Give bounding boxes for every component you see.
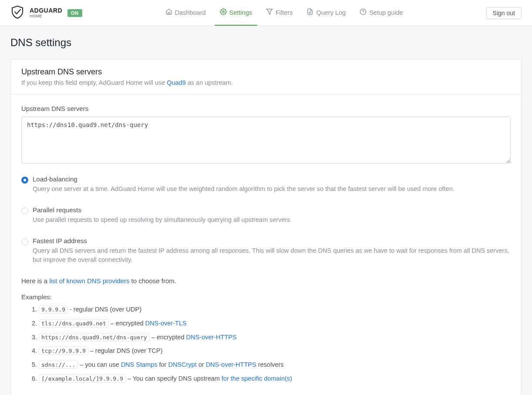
shield-icon xyxy=(10,5,24,20)
sign-out-button[interactable]: Sign out xyxy=(486,7,522,19)
examples-label: Examples: xyxy=(21,293,511,301)
status-badge: ON xyxy=(67,9,82,17)
card-description: If you keep this field empty, AdGuard Ho… xyxy=(21,79,511,86)
providers-text: Here is a list of known DNS providers to… xyxy=(21,277,511,285)
radio-indicator[interactable] xyxy=(21,177,28,184)
providers-link[interactable]: list of known DNS providers xyxy=(49,277,129,285)
list-item: tcp://9.9.9.9 – regular DNS (over TCP) xyxy=(39,346,511,356)
radio-load-balancing[interactable]: Load-balancing Query one server at a tim… xyxy=(21,175,511,194)
dns-over-https-link-2[interactable]: DNS-over-HTTPS xyxy=(206,361,256,368)
page-title: DNS settings xyxy=(10,37,522,49)
card-title: Upstream DNS servers xyxy=(21,67,511,77)
list-item: sdns://... – you can use DNS Stamps for … xyxy=(39,360,511,370)
nav-settings[interactable]: Settings xyxy=(215,0,257,26)
card-header: Upstream DNS servers If you keep this fi… xyxy=(11,60,521,94)
list-item: https://dns.quad9.net/dns-query – encryp… xyxy=(39,333,511,342)
nav-label: Dashboard xyxy=(175,9,206,16)
nav-setup-guide[interactable]: Setup guide xyxy=(354,0,408,26)
main-nav: Dashboard Settings Filters Query Log Set… xyxy=(160,0,408,26)
dns-stamps-link[interactable]: DNS Stamps xyxy=(121,361,158,368)
nav-label: Filters xyxy=(276,9,293,16)
radio-desc: Use parallel requests to speed up resolv… xyxy=(33,215,290,225)
examples-list: 9.9.9.9 - regular DNS (over UDP) tls://d… xyxy=(21,305,511,384)
help-icon xyxy=(360,8,367,17)
filter-icon xyxy=(266,8,273,17)
radio-fastest[interactable]: Fastest IP address Query all DNS servers… xyxy=(21,237,511,265)
example-code: 9.9.9.9 xyxy=(39,305,68,314)
file-icon xyxy=(306,8,313,17)
specific-domain-link[interactable]: for the specific domain(s) xyxy=(222,375,292,382)
app-header: ADGUARD HOME ON Dashboard Settings Filte… xyxy=(0,0,532,26)
list-item: [/example.local/]9.9.9.9 – You can speci… xyxy=(39,374,511,384)
dns-over-https-link[interactable]: DNS-over-HTTPS xyxy=(186,334,236,341)
nav-label: Setup guide xyxy=(369,9,403,16)
radio-parallel[interactable]: Parallel requests Use parallel requests … xyxy=(21,206,511,225)
nav-query-log[interactable]: Query Log xyxy=(301,0,351,26)
list-item: 9.9.9.9 - regular DNS (over UDP) xyxy=(39,305,511,315)
dnscrypt-link[interactable]: DNSCrypt xyxy=(168,361,196,368)
nav-label: Query Log xyxy=(316,9,346,16)
logo-text: ADGUARD HOME xyxy=(30,7,62,18)
nav-dashboard[interactable]: Dashboard xyxy=(160,0,211,26)
example-code: tcp://9.9.9.9 xyxy=(39,347,88,355)
home-icon xyxy=(165,8,172,17)
list-item: tls://dns.quad9.net – encrypted DNS-over… xyxy=(39,319,511,328)
brand-name: ADGUARD xyxy=(30,7,62,13)
example-code: tls://dns.quad9.net xyxy=(39,319,109,328)
upstream-input[interactable] xyxy=(21,117,511,164)
example-code: https://dns.quad9.net/dns-query xyxy=(39,333,150,341)
radio-title: Fastest IP address xyxy=(33,237,511,244)
nav-label: Settings xyxy=(229,9,252,16)
svg-marker-1 xyxy=(266,9,272,14)
radio-title: Parallel requests xyxy=(33,206,290,214)
radio-title: Load-balancing xyxy=(33,175,455,183)
nav-filters[interactable]: Filters xyxy=(261,0,298,26)
mode-radio-group: Load-balancing Query one server at a tim… xyxy=(21,175,511,265)
example-code: sdns://... xyxy=(39,361,78,369)
radio-indicator[interactable] xyxy=(21,208,28,214)
radio-desc: Query all DNS servers and return the fas… xyxy=(33,246,511,265)
radio-indicator[interactable] xyxy=(21,238,28,245)
page-content: DNS settings Upstream DNS servers If you… xyxy=(0,26,532,395)
radio-desc: Query one server at a time. AdGuard Home… xyxy=(33,184,455,194)
svg-point-0 xyxy=(222,11,224,13)
logo-group: ADGUARD HOME ON xyxy=(10,5,82,20)
example-code: [/example.local/]9.9.9.9 xyxy=(39,375,126,383)
quad9-link[interactable]: Quad9 xyxy=(167,79,186,86)
dns-over-tls-link[interactable]: DNS-over-TLS xyxy=(145,320,187,327)
brand-sub: HOME xyxy=(30,14,62,18)
upstream-label: Upstream DNS servers xyxy=(21,105,511,112)
card-body: Upstream DNS servers Load-balancing Quer… xyxy=(11,94,521,395)
upstream-card: Upstream DNS servers If you keep this fi… xyxy=(10,59,522,395)
gear-icon xyxy=(220,8,227,17)
